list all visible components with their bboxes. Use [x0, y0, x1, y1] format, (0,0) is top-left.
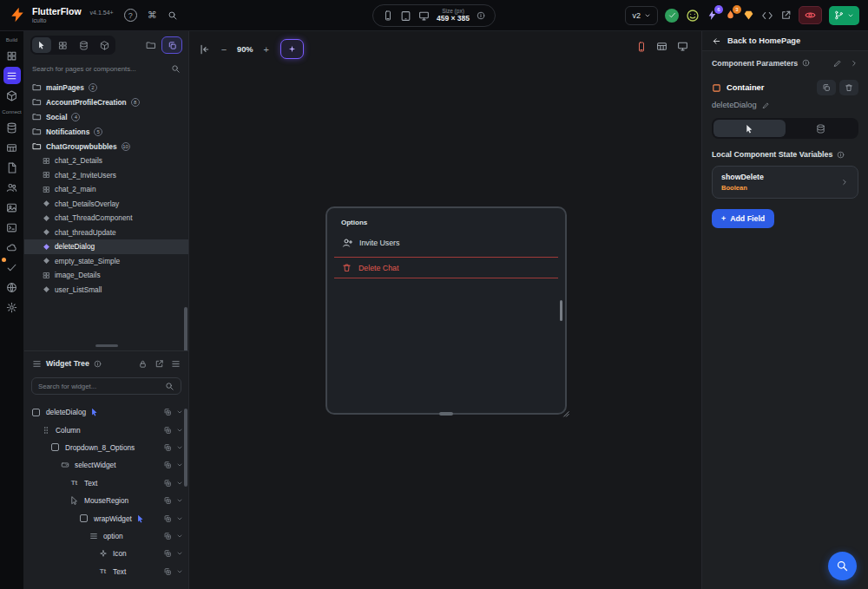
settings-nav[interactable] — [3, 298, 21, 316]
widget-tree-node[interactable]: Icon — [24, 545, 188, 562]
magic-wand-button[interactable] — [280, 39, 304, 59]
resize-corner-handle[interactable] — [561, 409, 570, 418]
code-view-icon[interactable] — [761, 10, 773, 22]
canvas-settings-icon[interactable] — [677, 41, 688, 52]
page-item-row[interactable]: chat_threadUpdate — [24, 226, 188, 240]
preview-scrollbar[interactable] — [560, 300, 562, 321]
duplicate-icon[interactable] — [163, 443, 172, 452]
gem-icon[interactable] — [743, 10, 754, 21]
database-nav[interactable] — [3, 119, 21, 136]
pages-folder-row[interactable]: Notifications 5 — [24, 124, 188, 139]
preview-button[interactable] — [799, 6, 822, 24]
duplicate-icon[interactable] — [163, 461, 172, 469]
boost-indicator[interactable]: 6 — [707, 10, 718, 21]
chevron-down-icon[interactable] — [176, 568, 183, 575]
zoom-in-button[interactable]: + — [260, 43, 273, 56]
desktop-preview-icon[interactable] — [418, 10, 430, 22]
branch-deploy-button[interactable] — [829, 6, 859, 25]
floating-search-button[interactable] — [828, 552, 857, 580]
widget-tree-node[interactable]: Column — [24, 421, 188, 438]
widget-tree-node[interactable]: MouseRegion — [24, 492, 188, 509]
components-view-button[interactable] — [95, 37, 114, 53]
storyboard-nav[interactable] — [3, 87, 21, 104]
canvas-height-handle[interactable] — [439, 412, 453, 416]
pages-folder-row[interactable]: Social 4 — [24, 109, 188, 124]
duplicate-icon[interactable] — [163, 567, 172, 576]
invite-users-option[interactable]: Invite Users — [334, 231, 558, 254]
chevron-down-icon[interactable] — [176, 480, 183, 487]
pages-folder-row[interactable]: AccountProfileCreation 8 — [24, 95, 188, 109]
page-item-row[interactable]: chat_DetailsOverlay — [24, 197, 188, 212]
lock-icon[interactable] — [138, 359, 148, 369]
page-item-row[interactable]: chat_2_InviteUsers — [24, 168, 188, 183]
widget-tree-node[interactable]: selectWidget — [24, 456, 188, 474]
duplicate-icon[interactable] — [163, 496, 172, 505]
streak-indicator[interactable]: 3 — [725, 10, 736, 21]
phone-preview-icon[interactable] — [383, 10, 393, 21]
pages-folder-row[interactable]: mainPages 2 — [24, 80, 188, 95]
select-mode-button[interactable] — [32, 37, 51, 53]
pages-folder-row[interactable]: ChatGroupwbubbles 10 — [24, 139, 188, 154]
panel-layout-toggle[interactable] — [161, 36, 182, 54]
add-field-button[interactable]: + Add Field — [712, 209, 774, 228]
widget-tree-node[interactable]: Dropdown_8_Options — [24, 439, 188, 456]
team-nav[interactable] — [3, 179, 21, 196]
device-frame-icon[interactable] — [636, 42, 647, 52]
chevron-right-icon[interactable] — [850, 59, 858, 68]
duplicate-icon[interactable] — [163, 479, 172, 488]
command-palette-button[interactable]: ⌘ — [148, 10, 157, 21]
page-item-row[interactable]: image_Details — [24, 268, 188, 283]
add-folder-icon[interactable] — [146, 40, 156, 50]
integrations-nav[interactable] — [3, 278, 21, 296]
duplicate-icon[interactable] — [163, 532, 172, 540]
menu-icon[interactable] — [171, 359, 181, 369]
delete-widget-button[interactable] — [839, 80, 858, 95]
chevron-down-icon[interactable] — [176, 427, 183, 434]
project-health-check-badge[interactable] — [665, 9, 679, 23]
widget-tree-node[interactable]: option — [24, 527, 188, 545]
search-icon[interactable] — [165, 382, 174, 391]
widgets-grid-button[interactable] — [53, 37, 72, 53]
delete-chat-option[interactable]: Delete Chat — [334, 257, 558, 278]
page-item-row[interactable]: chat_2_main — [24, 182, 188, 197]
tablet-preview-icon[interactable] — [400, 10, 411, 22]
data-view-button[interactable] — [74, 37, 93, 53]
back-to-homepage-button[interactable]: Back to HomePage — [702, 31, 868, 51]
export-icon[interactable] — [155, 359, 164, 369]
design-canvas[interactable]: − 90% + Options Invite Users Delete Chat — [189, 31, 701, 589]
tab-properties[interactable] — [713, 120, 786, 137]
widget-palette-nav[interactable] — [3, 47, 21, 64]
page-item-row[interactable]: user_ListSmall — [24, 283, 188, 298]
component-preview-canvas[interactable]: Options Invite Users Delete Chat — [326, 206, 567, 415]
widget-search-input[interactable] — [38, 383, 161, 390]
panel-resize-handle[interactable] — [95, 344, 118, 347]
chevron-down-icon[interactable] — [176, 515, 183, 522]
state-variable-card[interactable]: showDelete Boolean — [712, 166, 858, 199]
cloud-functions-nav[interactable] — [3, 239, 21, 256]
pages-scrollbar[interactable] — [184, 307, 187, 350]
page-selector-nav[interactable] — [3, 67, 21, 84]
page-item-row[interactable]: empty_state_Simple — [24, 254, 188, 269]
page-item-row[interactable]: chat_2_Details — [24, 154, 188, 168]
widget-tree-node[interactable]: deleteDialog — [24, 403, 188, 421]
widget-tree-scrollbar[interactable] — [184, 409, 187, 487]
environment-selector[interactable]: v2 — [625, 6, 658, 25]
duplicate-icon[interactable] — [163, 408, 172, 416]
widget-tree-node[interactable]: Tt Text — [24, 474, 188, 492]
widget-tree-node[interactable]: Tt Text — [24, 563, 188, 580]
copy-widget-button[interactable] — [817, 80, 836, 95]
help-button[interactable]: ? — [124, 9, 137, 22]
tab-state[interactable] — [786, 120, 858, 137]
page-item-row[interactable]: deleteDialog — [24, 239, 188, 254]
duplicate-icon[interactable] — [163, 426, 172, 435]
duplicate-icon[interactable] — [163, 514, 172, 523]
app-values-nav[interactable] — [3, 159, 21, 176]
chevron-down-icon[interactable] — [176, 461, 183, 468]
page-item-row[interactable]: chat_ThreadComponent — [24, 211, 188, 226]
text-scale-icon[interactable] — [656, 41, 667, 52]
search-icon[interactable] — [168, 10, 178, 21]
custom-code-nav[interactable] — [3, 219, 21, 236]
widget-tree-node[interactable]: wrapWidget — [24, 509, 188, 527]
collapse-panel-icon[interactable] — [198, 43, 210, 56]
share-icon[interactable] — [780, 10, 792, 21]
